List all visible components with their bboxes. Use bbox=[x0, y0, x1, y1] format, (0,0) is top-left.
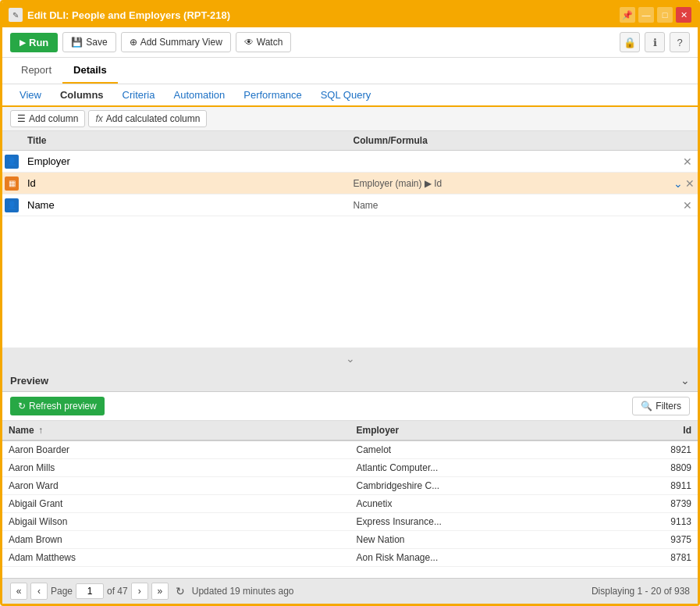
remove-name-button[interactable]: ✕ bbox=[680, 198, 695, 212]
add-summary-button[interactable]: ⊕ Add Summary View bbox=[121, 32, 231, 52]
sort-icon: ↑ bbox=[38, 425, 43, 436]
sub-tabs: View Columns Criteria Automation Perform… bbox=[2, 84, 698, 107]
col-name-label: Name bbox=[9, 425, 34, 436]
col-header-icon bbox=[2, 131, 21, 150]
cell-id: 9113 bbox=[559, 513, 698, 531]
tab-criteria[interactable]: Criteria bbox=[113, 84, 165, 105]
col-row-actions: ✕ bbox=[673, 198, 698, 212]
col-title-name: Name bbox=[21, 196, 347, 214]
save-icon: 💾 bbox=[71, 37, 83, 48]
updated-label: Updated 19 minutes ago bbox=[192, 586, 294, 597]
cell-id: 8739 bbox=[559, 495, 698, 513]
cell-id: 8809 bbox=[559, 459, 698, 477]
app-window: ✎ Edit DLI: People and Employers (RPT-21… bbox=[0, 0, 700, 606]
table-row: ▦ Id Employer (main) ▶ Id ⌄ ✕ bbox=[2, 173, 698, 194]
display-info: Displaying 1 - 20 of 938 bbox=[592, 586, 690, 597]
tab-columns[interactable]: Columns bbox=[51, 84, 113, 107]
cell-employer: Express Insurance... bbox=[350, 513, 559, 531]
table-row: Aaron Mills Atlantic Computer... 8809 bbox=[2, 459, 698, 477]
col-id-label: Id bbox=[683, 425, 691, 436]
preview-title: Preview bbox=[10, 375, 680, 387]
cell-name: Aaron Mills bbox=[2, 459, 350, 477]
pin-button[interactable]: 📌 bbox=[620, 7, 635, 23]
cell-employer: Acunetix bbox=[350, 495, 559, 513]
cell-employer: Camelot bbox=[350, 440, 559, 459]
col-formula-name: Name bbox=[347, 197, 673, 214]
col-row-actions: ⌄ ✕ bbox=[673, 176, 698, 191]
last-page-button[interactable]: » bbox=[151, 583, 169, 600]
tab-details[interactable]: Details bbox=[62, 58, 118, 84]
first-page-button[interactable]: « bbox=[10, 583, 27, 600]
prev-page-button[interactable]: ‹ bbox=[30, 583, 48, 600]
play-icon: ▶ bbox=[20, 38, 26, 47]
remove-id-button[interactable]: ✕ bbox=[684, 176, 695, 191]
maximize-button[interactable]: □ bbox=[657, 7, 673, 23]
th-id[interactable]: Id bbox=[559, 421, 698, 440]
th-name[interactable]: Name ↑ bbox=[2, 421, 350, 440]
pagination-refresh-button[interactable]: ↻ bbox=[172, 583, 189, 600]
tab-performance[interactable]: Performance bbox=[234, 84, 311, 105]
help-button[interactable]: ? bbox=[670, 32, 690, 52]
preview-table-wrap: Name ↑ Employer Id Aaron Boarder Camelo bbox=[2, 421, 698, 578]
row-icon-cell: ▦ bbox=[2, 175, 21, 192]
next-page-button[interactable]: › bbox=[131, 583, 148, 600]
watch-button[interactable]: 👁 Watch bbox=[236, 32, 292, 52]
save-label: Save bbox=[86, 37, 107, 48]
tab-automation[interactable]: Automation bbox=[164, 84, 234, 105]
tab-sql-query[interactable]: SQL Query bbox=[311, 84, 381, 105]
window-controls: 📌 — □ ✕ bbox=[620, 7, 691, 23]
columns-area: Title Column/Formula 👤 Employer ✕ ▦ Id E… bbox=[2, 131, 698, 348]
th-employer[interactable]: Employer bbox=[350, 421, 559, 440]
table-row: Adam Matthews Aon Risk Manage... 8781 bbox=[2, 549, 698, 567]
col-title-id: Id bbox=[21, 174, 347, 192]
section-divider[interactable]: ⌄ bbox=[2, 348, 698, 369]
watch-label: Watch bbox=[257, 37, 283, 48]
cell-name: Adam Matthews bbox=[2, 549, 350, 567]
main-tabs: Report Details bbox=[2, 58, 698, 84]
close-button[interactable]: ✕ bbox=[676, 7, 691, 23]
row-icon-cell: 👤 bbox=[2, 153, 21, 170]
refresh-preview-button[interactable]: ↻ Refresh preview bbox=[10, 397, 105, 415]
tab-report[interactable]: Report bbox=[10, 58, 62, 84]
app-icon: ✎ bbox=[9, 8, 23, 22]
row-icon-cell: 👤 bbox=[2, 197, 21, 214]
refresh-label: Refresh preview bbox=[29, 401, 97, 412]
cell-name: Aaron Boarder bbox=[2, 440, 350, 459]
fx-icon: fx bbox=[95, 113, 102, 124]
col-formula-id: Employer (main) ▶ Id bbox=[347, 175, 673, 192]
cell-id: 8921 bbox=[559, 440, 698, 459]
minimize-button[interactable]: — bbox=[638, 7, 654, 23]
run-button[interactable]: ▶ Run bbox=[10, 33, 58, 52]
table-icon: ▦ bbox=[5, 176, 19, 191]
col-editor-toolbar: ☰ Add column fx Add calculated column bbox=[2, 107, 698, 131]
title-bar: ✎ Edit DLI: People and Employers (RPT-21… bbox=[2, 2, 698, 27]
info-button[interactable]: ℹ bbox=[645, 32, 665, 52]
cell-name: Adam Brown bbox=[2, 531, 350, 549]
add-calculated-column-button[interactable]: fx Add calculated column bbox=[88, 110, 207, 127]
tab-view[interactable]: View bbox=[10, 84, 51, 105]
filters-button[interactable]: 🔍 Filters bbox=[632, 397, 690, 415]
add-column-label: Add column bbox=[29, 113, 78, 124]
person-icon: 👤 bbox=[5, 155, 19, 169]
col-header-actions bbox=[673, 131, 698, 150]
pagination-bar: « ‹ Page of 47 › » ↻ Updated 19 minutes … bbox=[2, 578, 698, 604]
preview-table: Name ↑ Employer Id Aaron Boarder Camelo bbox=[2, 421, 698, 567]
page-label: Page bbox=[51, 586, 73, 597]
toolbar-right: 🔒 ℹ ? bbox=[620, 32, 690, 52]
window-title: Edit DLI: People and Employers (RPT-218) bbox=[27, 9, 620, 21]
cell-name: Abigail Wilson bbox=[2, 513, 350, 531]
lock-button[interactable]: 🔒 bbox=[620, 32, 640, 52]
col-header-title: Title bbox=[21, 131, 347, 150]
add-column-button[interactable]: ☰ Add column bbox=[10, 110, 85, 127]
expand-id-button[interactable]: ⌄ bbox=[673, 176, 683, 191]
col-title-employer: Employer bbox=[21, 152, 347, 170]
preview-toolbar: ↻ Refresh preview 🔍 Filters bbox=[2, 392, 698, 421]
preview-header: Preview ⌄ bbox=[2, 369, 698, 392]
cell-employer: Cambridgeshire C... bbox=[350, 477, 559, 495]
save-button[interactable]: 💾 Save bbox=[62, 32, 115, 52]
preview-chevron-icon[interactable]: ⌄ bbox=[680, 374, 690, 387]
cell-name: Aaron Ward bbox=[2, 477, 350, 495]
list-icon: ☰ bbox=[17, 113, 26, 124]
remove-employer-button[interactable]: ✕ bbox=[680, 155, 695, 169]
page-number-input[interactable] bbox=[76, 583, 104, 599]
